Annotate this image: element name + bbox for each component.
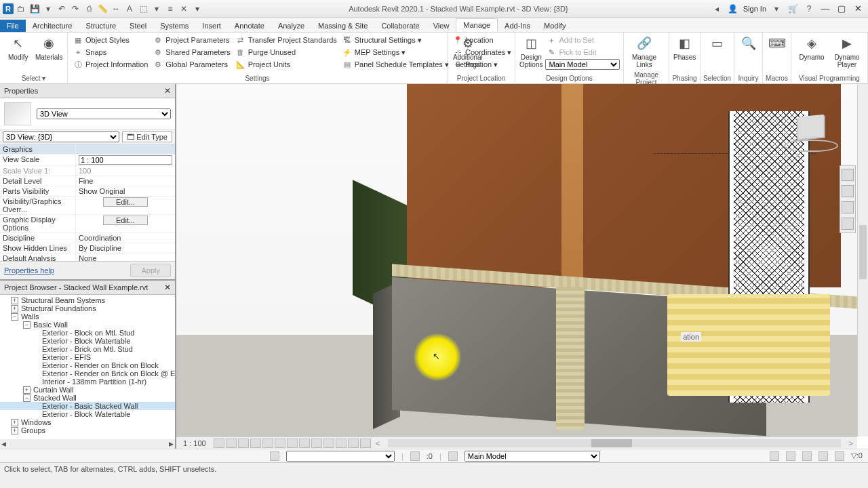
tree-item[interactable]: Interior - 138mm Partition (1-hr) bbox=[41, 378, 148, 386]
group-graphics[interactable]: Graphics bbox=[0, 144, 76, 154]
tab-annotate[interactable]: Annotate bbox=[228, 20, 271, 32]
pan-icon[interactable] bbox=[842, 185, 854, 197]
qat-redo-icon[interactable]: ↷ bbox=[69, 3, 81, 15]
vc-render-icon[interactable] bbox=[262, 439, 273, 448]
qat-section-icon[interactable]: ▾ bbox=[151, 3, 163, 15]
purge-button[interactable]: 🗑Purge Unused bbox=[235, 47, 338, 58]
user-icon[interactable]: 👤 bbox=[727, 3, 739, 15]
tree-item-windows[interactable]: Windows bbox=[20, 418, 53, 426]
tab-view[interactable]: View bbox=[427, 20, 456, 32]
expand-icon[interactable]: + bbox=[23, 386, 31, 394]
tree-item[interactable]: Exterior - Brick on Mtl. Stud bbox=[41, 345, 134, 353]
coordinates-button[interactable]: ⊹Coordinates ▾ bbox=[452, 47, 513, 58]
collapse-icon[interactable]: − bbox=[23, 394, 31, 402]
inquiry-button[interactable]: 🔍 bbox=[738, 35, 758, 52]
location-button[interactable]: 📍Location bbox=[452, 35, 513, 45]
qat-undo-icon[interactable]: ↶ bbox=[56, 3, 68, 15]
cart-icon[interactable]: 🛒 bbox=[787, 3, 799, 15]
qat-measure-icon[interactable]: 📏 bbox=[96, 3, 108, 15]
qat-close-hidden-icon[interactable]: ✕ bbox=[178, 3, 190, 15]
tab-massing-site[interactable]: Massing & Site bbox=[311, 20, 374, 32]
manage-links-button[interactable]: 🔗Manage Links bbox=[628, 35, 660, 68]
tab-analyze[interactable]: Analyze bbox=[271, 20, 311, 32]
help-icon[interactable]: ? bbox=[803, 3, 815, 15]
view-scale-input[interactable] bbox=[79, 155, 172, 165]
expand-icon[interactable]: + bbox=[11, 297, 18, 304]
tree-item-walls[interactable]: Walls bbox=[20, 312, 40, 321]
canvas-h-scrollbar[interactable] bbox=[388, 439, 840, 447]
canvas-v-scrollbar[interactable] bbox=[857, 84, 868, 436]
browser-h-scrollbar[interactable]: ◀▶ bbox=[0, 439, 175, 449]
discipline-value[interactable]: Coordination bbox=[76, 233, 175, 243]
pick-to-edit-button[interactable]: ✎Pick to Edit bbox=[545, 47, 620, 58]
select-underlay-icon[interactable] bbox=[786, 451, 795, 461]
vc-cropshow-icon[interactable] bbox=[287, 439, 298, 448]
tree-item[interactable]: Exterior - Block on Mtl. Stud bbox=[41, 329, 136, 337]
shared-params-button[interactable]: ⚙Shared Parameters bbox=[152, 47, 231, 58]
edit-type-button[interactable]: 🗔Edit Type bbox=[122, 131, 172, 142]
tab-systems[interactable]: Systems bbox=[153, 20, 195, 32]
tree-item[interactable]: Structural Beam Systems bbox=[20, 296, 106, 304]
tree-item[interactable]: Exterior - Render on Brick on Block bbox=[41, 361, 160, 369]
parts-visibility-value[interactable]: Show Original bbox=[76, 186, 175, 196]
tab-architecture[interactable]: Architecture bbox=[26, 20, 79, 32]
options-model-select[interactable]: Main Model bbox=[465, 451, 600, 462]
browser-panel-title[interactable]: Project Browser - Stacked Wall Example.r… bbox=[0, 281, 175, 295]
collapse-icon[interactable]: − bbox=[23, 321, 31, 329]
type-selector[interactable]: 3D View bbox=[37, 108, 171, 119]
vc-detail-icon[interactable] bbox=[214, 439, 224, 448]
type-thumbnail-icon[interactable] bbox=[4, 102, 31, 125]
properties-close-icon[interactable]: ✕ bbox=[164, 86, 171, 96]
mep-settings-button[interactable]: ⚡MEP Settings ▾ bbox=[341, 47, 450, 58]
tree-item[interactable]: Exterior - EFIS bbox=[41, 353, 92, 361]
zoom-icon[interactable] bbox=[842, 201, 854, 214]
apply-button[interactable]: Apply bbox=[130, 264, 171, 277]
info-icon[interactable]: ◂ bbox=[711, 3, 723, 15]
tab-insert[interactable]: Insert bbox=[195, 20, 228, 32]
workset-select[interactable] bbox=[286, 451, 395, 462]
qat-switch-icon[interactable]: ▾ bbox=[191, 3, 203, 15]
revit-logo-icon[interactable]: R bbox=[3, 3, 14, 14]
vc-analytical-icon[interactable] bbox=[336, 439, 347, 448]
fullnav-icon[interactable] bbox=[842, 169, 854, 181]
browser-close-icon[interactable]: ✕ bbox=[164, 283, 171, 292]
qat-print-icon[interactable]: ⎙ bbox=[83, 3, 95, 15]
modify-button[interactable]: ↖Modify bbox=[4, 35, 33, 61]
properties-panel-title[interactable]: Properties✕ bbox=[0, 84, 175, 98]
properties-help-link[interactable]: Properties help bbox=[4, 266, 54, 274]
maximize-button[interactable]: ▢ bbox=[835, 3, 848, 15]
worksets-icon[interactable] bbox=[270, 451, 279, 461]
highlighted-element[interactable] bbox=[667, 294, 830, 396]
3d-view-canvas[interactable]: ation ↖ bbox=[176, 84, 857, 436]
vc-style-icon[interactable] bbox=[226, 439, 237, 448]
editable-icon[interactable] bbox=[410, 451, 420, 461]
minimize-button[interactable]: — bbox=[819, 3, 831, 15]
tree-item[interactable]: Exterior - Block Watertable bbox=[41, 410, 132, 418]
global-params-button[interactable]: ⚙Global Parameters bbox=[152, 59, 231, 70]
close-button[interactable]: ✕ bbox=[852, 3, 864, 15]
expand-icon[interactable]: + bbox=[11, 427, 18, 434]
object-styles-button[interactable]: ▦Object Styles bbox=[72, 35, 149, 45]
qat-3d-icon[interactable]: ⬚ bbox=[137, 3, 149, 15]
transfer-standards-button[interactable]: ⇄Transfer Project Standards bbox=[235, 35, 338, 45]
tree-item-selected[interactable]: Exterior - Basic Stacked Wall bbox=[41, 402, 139, 410]
filter-count[interactable]: ▽:0 bbox=[851, 451, 863, 460]
expand-icon[interactable]: + bbox=[11, 305, 18, 312]
detail-level-value[interactable]: Fine bbox=[76, 176, 175, 186]
hidden-lines-value[interactable]: By Discipline bbox=[76, 243, 175, 253]
vc-crop-icon[interactable] bbox=[275, 439, 285, 448]
qat-dim-icon[interactable]: ↔ bbox=[110, 3, 122, 15]
selection-button[interactable]: ▭ bbox=[705, 35, 730, 52]
apps-icon[interactable]: ▾ bbox=[770, 3, 783, 15]
tree-item-stacked-wall[interactable]: Stacked Wall bbox=[32, 394, 78, 402]
tree-item[interactable]: Exterior - Render on Brick on Block @ En… bbox=[41, 369, 175, 378]
qat-text-icon[interactable]: A bbox=[123, 3, 136, 15]
units-button[interactable]: 📐Project Units bbox=[235, 59, 338, 70]
select-face-icon[interactable] bbox=[818, 451, 828, 461]
vc-temp-icon[interactable] bbox=[311, 439, 322, 448]
select-links-icon[interactable] bbox=[770, 451, 779, 461]
tree-item-curtain-wall[interactable]: Curtain Wall bbox=[32, 386, 75, 394]
tree-item[interactable]: Structural Foundations bbox=[20, 304, 98, 312]
drag-elements-icon[interactable] bbox=[835, 451, 844, 461]
materials-button[interactable]: ◉Materials bbox=[35, 35, 64, 61]
